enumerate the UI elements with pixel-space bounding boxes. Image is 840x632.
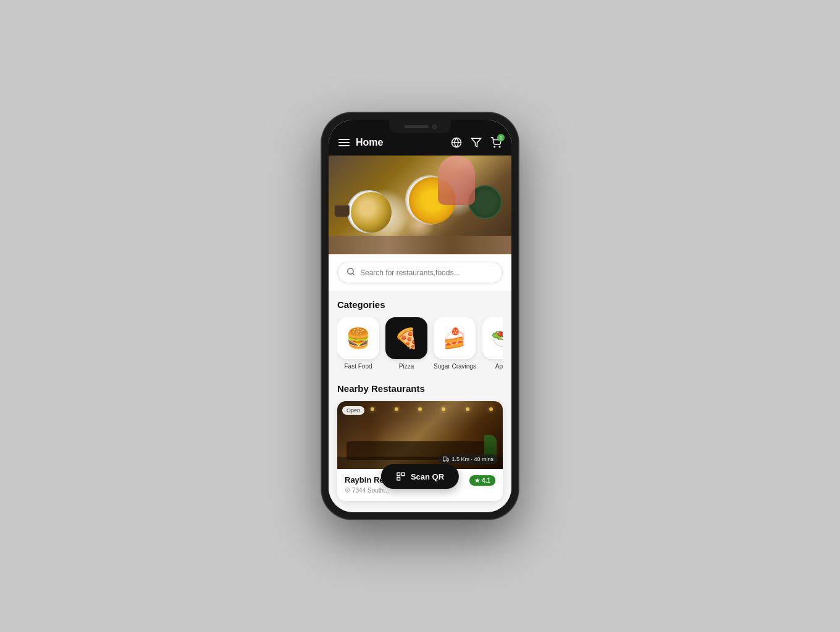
svg-line-6 [353,273,355,275]
camera [432,125,437,129]
light4 [418,407,422,411]
pizza-label: Pizza [399,363,414,370]
bottom-spacer [329,510,511,512]
category-pizza[interactable]: 🍕 Pizza [385,317,427,370]
svg-rect-11 [397,473,400,476]
search-input[interactable] [360,268,494,277]
category-appetizers[interactable]: 🥗 App... [482,317,503,370]
food1 [351,192,392,233]
star-icon: ★ [474,477,480,484]
svg-rect-13 [397,477,400,480]
sugar-emoji: 🍰 [442,326,467,350]
search-bar[interactable] [337,262,503,283]
category-fast-food[interactable]: 🍔 Fast Food [337,317,379,370]
light5 [442,407,445,411]
nearby-title: Nearby Restaurants [337,383,503,394]
categories-title: Categories [337,299,503,310]
table-surface [329,236,511,254]
header-left: Home [338,137,383,148]
svg-point-9 [447,460,448,462]
fast-food-label: Fast Food [344,363,372,370]
speaker [404,125,429,128]
svg-point-4 [499,146,500,148]
svg-marker-2 [472,138,481,147]
light2 [371,407,374,411]
fast-food-emoji: 🍔 [346,326,371,350]
app-label: App... [495,363,503,370]
light6 [466,407,469,411]
restaurant-image: Open 1.5 Km · 40 mins [337,401,503,469]
light7 [489,407,493,411]
svg-point-5 [348,268,353,274]
distance-text: 1.5 Km · 40 mins [452,456,494,462]
category-icon-fast-food: 🍔 [337,317,379,359]
hand [438,156,475,205]
category-icon-sugar: 🍰 [434,317,476,359]
phone-notch [389,120,451,133]
category-icon-pizza: 🍕 [385,317,427,359]
globe-button[interactable] [451,137,462,148]
svg-point-8 [444,460,445,462]
header-icons: 1 [451,137,502,148]
svg-point-3 [494,146,495,148]
svg-rect-7 [443,457,447,460]
category-icon-app: 🥗 [482,317,503,359]
categories-row: 🍔 Fast Food 🍕 Pizza 🍰 [337,317,503,375]
pizza-emoji: 🍕 [394,326,419,350]
phone-screen: Home [329,120,511,512]
hero-image [329,156,511,254]
distance-badge: 1.5 Km · 40 mins [439,454,498,464]
search-container [329,254,511,291]
sugar-label: Sugar Cravings [434,363,476,370]
svg-point-10 [346,489,348,491]
cart-badge: 1 [497,134,505,141]
rating-value: 4.1 [482,477,490,484]
open-badge: Open [342,406,364,415]
categories-section: Categories 🍔 Fast Food 🍕 Pizza [329,291,511,375]
address-text: 7344 South... [352,487,389,494]
search-icon [346,267,355,278]
rating-badge: ★ 4.1 [469,475,495,486]
header-title: Home [356,137,383,148]
filter-button[interactable] [471,137,482,148]
svg-rect-12 [401,473,405,476]
scan-qr-button[interactable]: Scan QR [381,464,459,489]
phone-frame: Home [321,112,519,520]
app-emoji: 🥗 [491,326,503,350]
category-sugar-cravings[interactable]: 🍰 Sugar Cravings [434,317,476,370]
coffee-cup [334,205,350,217]
menu-button[interactable] [338,139,350,146]
light3 [395,407,398,411]
cart-button[interactable]: 1 [490,137,502,148]
scan-qr-label: Scan QR [411,472,444,481]
